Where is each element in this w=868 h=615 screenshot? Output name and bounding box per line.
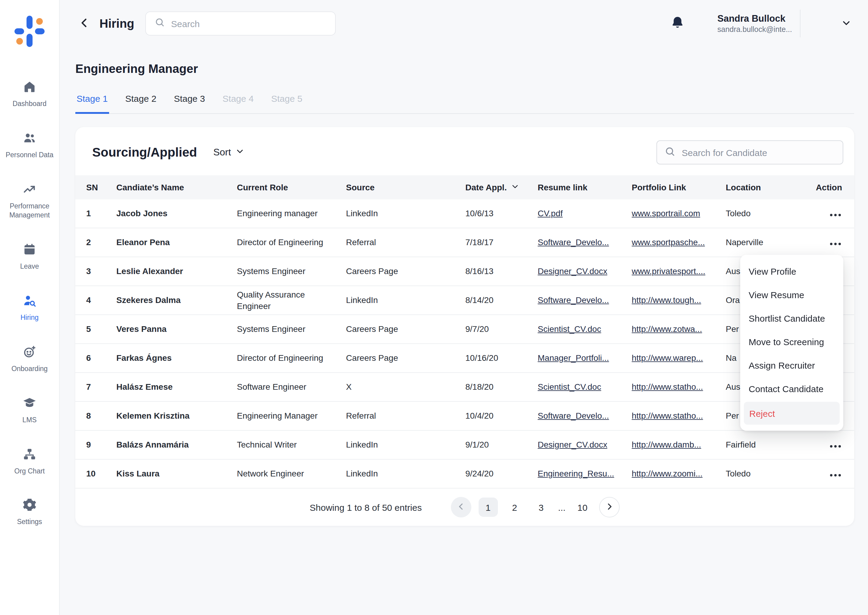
tab-stage-1[interactable]: Stage 1 — [75, 94, 109, 114]
row-actions-button[interactable] — [829, 470, 842, 480]
menu-item-view-resume[interactable]: View Resume — [740, 283, 843, 307]
role-cell: Engineering Manager — [237, 410, 346, 421]
portfolio-link[interactable]: www.sportrail.com — [632, 208, 700, 218]
location-cell: Fairfield — [726, 439, 804, 451]
candidate-search — [657, 140, 843, 164]
sidebar-item-onboarding[interactable]: Onboarding — [0, 344, 59, 373]
sn-cell: 4 — [86, 295, 116, 306]
sidebar-item-label: Performance Management — [2, 202, 57, 220]
people-icon — [22, 131, 37, 148]
resume-link[interactable]: Software_Develo... — [538, 237, 609, 247]
topbar: Hiring Sandra Bullock sandra.bullock@int… — [60, 0, 868, 47]
page-button-3[interactable]: 3 — [531, 498, 551, 517]
sort-dropdown[interactable]: Sort — [213, 147, 245, 158]
source-cell: X — [346, 381, 465, 393]
sidebar-item-hiring[interactable]: Hiring — [0, 293, 59, 322]
sn-cell: 6 — [86, 352, 116, 364]
org-chart-icon — [22, 446, 37, 464]
resume-link[interactable]: Manager_Portfoli... — [538, 353, 609, 363]
menu-item-reject[interactable]: Reject — [744, 402, 840, 425]
search-icon — [154, 17, 165, 30]
col-header-portfolio: Portfolio Link — [632, 183, 726, 192]
stage-tabs: Stage 1 Stage 2 Stage 3 Stage 4 Stage 5 — [75, 94, 854, 114]
portfolio-link[interactable]: http://www.tough... — [632, 295, 701, 305]
date-cell: 8/14/20 — [465, 295, 538, 306]
resume-link[interactable]: Engineering_Resu... — [538, 468, 614, 478]
table-row: 6 Farkas Ágnes Director of Engineering C… — [75, 344, 854, 373]
source-cell: Referral — [346, 237, 465, 248]
home-icon — [22, 80, 37, 96]
portfolio-link[interactable]: http://www.warep... — [632, 353, 703, 363]
menu-item-contact-candidate[interactable]: Contact Candidate — [740, 377, 843, 401]
notifications-button[interactable] — [669, 15, 686, 32]
sidebar-item-label: Onboarding — [2, 364, 57, 373]
resume-link[interactable]: CV.pdf — [538, 208, 563, 218]
row-actions-button[interactable] — [829, 441, 842, 451]
back-button[interactable] — [77, 16, 92, 31]
portfolio-link[interactable]: http://www.statho... — [632, 411, 703, 420]
pagination-prev-button[interactable] — [450, 497, 471, 517]
sidebar-item-leave[interactable]: Leave — [0, 242, 59, 271]
table-row: 8 Kelemen Krisztina Engineering Manager … — [75, 402, 854, 431]
tab-stage-2[interactable]: Stage 2 — [124, 94, 157, 114]
role-cell: Software Engineer — [237, 381, 346, 393]
portfolio-link[interactable]: http://www.damb... — [632, 440, 701, 450]
resume-link[interactable]: Software_Develo... — [538, 295, 609, 305]
col-header-resume: Resume link — [538, 183, 632, 192]
sidebar-item-personnel-data[interactable]: Personnel Data — [0, 131, 59, 160]
menu-item-move-to-screening[interactable]: Move to Screening — [740, 330, 843, 354]
page-header-title: Hiring — [100, 17, 135, 30]
sn-cell: 5 — [86, 323, 116, 335]
row-actions-button[interactable] — [829, 239, 842, 248]
global-search — [145, 11, 336, 36]
col-header-date[interactable]: Date Appl. — [465, 182, 538, 193]
portfolio-link[interactable]: http://www.zotwa... — [632, 324, 702, 334]
sidebar-item-label: Hiring — [2, 313, 57, 322]
tab-stage-3[interactable]: Stage 3 — [173, 94, 206, 114]
role-cell: Systems Engineer — [237, 265, 346, 277]
row-actions-button[interactable] — [829, 210, 842, 220]
resume-link[interactable]: Scientist_CV.doc — [538, 324, 601, 334]
pagination-next-button[interactable] — [599, 497, 620, 517]
page-button-2[interactable]: 2 — [505, 498, 524, 517]
tab-stage-4[interactable]: Stage 4 — [221, 94, 255, 114]
sidebar-item-performance-management[interactable]: Performance Management — [0, 182, 59, 220]
date-cell: 10/4/20 — [465, 410, 538, 421]
portfolio-link[interactable]: www.sportpasche... — [632, 237, 705, 247]
source-cell: LinkedIn — [346, 295, 465, 306]
calendar-icon — [22, 242, 37, 259]
portfolio-link[interactable]: http://www.statho... — [632, 382, 703, 392]
page-button-10[interactable]: 10 — [572, 498, 592, 517]
date-cell: 8/18/20 — [465, 381, 538, 393]
portfolio-link[interactable]: www.privatesport.... — [632, 266, 705, 276]
resume-link[interactable]: Scientist_CV.doc — [538, 382, 601, 392]
card-header: Sourcing/Applied Sort — [75, 127, 854, 175]
location-cell: Toledo — [726, 208, 804, 219]
source-cell: Careers Page — [346, 352, 465, 364]
table-row: 1 Jacob Jones Engineering manager Linked… — [75, 199, 854, 228]
menu-item-assign-recruiter[interactable]: Assign Recruiter — [740, 354, 843, 377]
sidebar-item-lms[interactable]: LMS — [0, 395, 59, 425]
sidebar-item-settings[interactable]: Settings — [0, 498, 59, 527]
resume-link[interactable]: Designer_CV.docx — [538, 266, 607, 276]
page-button-1[interactable]: 1 — [478, 498, 497, 517]
profile-menu-button[interactable] — [840, 17, 852, 30]
name-cell: Szekeres Dalma — [116, 295, 237, 306]
sidebar-item-org-chart[interactable]: Org Chart — [0, 446, 59, 476]
avatar[interactable] — [808, 11, 832, 36]
chevron-left-icon — [456, 501, 466, 513]
date-cell: 9/7/20 — [465, 323, 538, 335]
menu-item-shortlist-candidate[interactable]: Shortlist Candidate — [740, 307, 843, 330]
tab-stage-5[interactable]: Stage 5 — [270, 94, 303, 114]
table-row: 7 Halász Emese Software Engineer X 8/18/… — [75, 373, 854, 402]
source-cell: Referral — [346, 410, 465, 421]
sidebar-nav: Dashboard Personnel Data Performance Man… — [0, 80, 59, 527]
resume-link[interactable]: Software_Develo... — [538, 411, 609, 420]
sidebar-item-dashboard[interactable]: Dashboard — [0, 80, 59, 108]
candidate-search-input[interactable] — [682, 147, 835, 158]
search-input[interactable] — [171, 19, 327, 29]
resume-link[interactable]: Designer_CV.docx — [538, 440, 607, 450]
portfolio-link[interactable]: http://www.zoomi... — [632, 468, 702, 478]
menu-item-view-profile[interactable]: View Profile — [740, 260, 843, 283]
sn-cell: 2 — [86, 237, 116, 248]
